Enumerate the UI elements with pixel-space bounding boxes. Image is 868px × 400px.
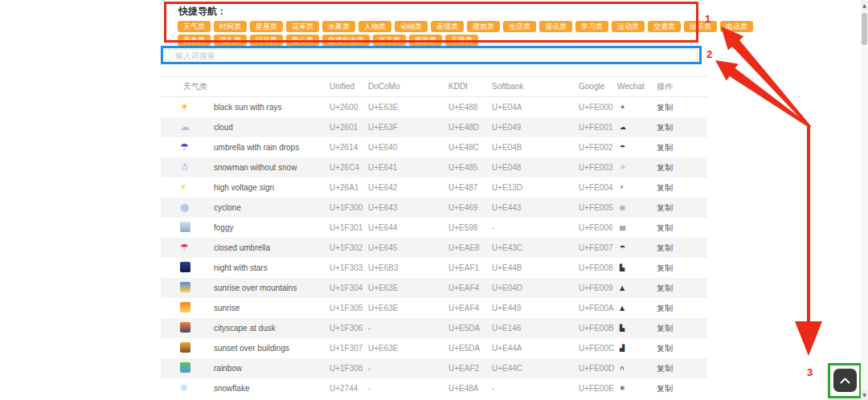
- category-button[interactable]: 爱心类: [286, 35, 319, 46]
- back-to-top-button[interactable]: [833, 369, 857, 392]
- category-button[interactable]: 动物类: [395, 21, 428, 32]
- cell-kddi: U+EAF2: [448, 358, 492, 378]
- copy-button[interactable]: 复制: [657, 143, 673, 152]
- emoji-icon: ☀: [180, 101, 189, 112]
- emoji-icon: [180, 342, 190, 353]
- category-button[interactable]: 水果类: [322, 21, 355, 32]
- cell-docomo: -: [368, 318, 448, 338]
- header-softbank: Softbank: [492, 77, 579, 96]
- cell-softbank: U+E049: [492, 117, 579, 137]
- category-button[interactable]: 建筑类: [467, 21, 500, 32]
- table-row: foggyU+1F301U+E644U+E598-U+FE006▤复制: [161, 218, 707, 238]
- cell-unified: U+1F307: [330, 338, 368, 358]
- category-button[interactable]: 交通标志类: [322, 35, 370, 46]
- table-row: ☂closed umbrellaU+1F302U+E645U+EAE8U+E43…: [161, 238, 707, 258]
- copy-button[interactable]: 复制: [657, 123, 673, 132]
- cell-docomo: U+E63E: [368, 298, 448, 318]
- cell-unified: U+26C4: [330, 157, 368, 178]
- copy-button[interactable]: 复制: [657, 163, 673, 172]
- table-row: sunriseU+1F305U+E63EU+EAF4U+E449U+FE00A▲…: [161, 298, 707, 318]
- cell-kddi: U+E487: [448, 178, 492, 198]
- cell-unified: U+1F302: [330, 238, 368, 258]
- scroll-up-button[interactable]: ▲: [861, 0, 868, 10]
- wechat-icon: ⚡: [617, 178, 655, 198]
- copy-button[interactable]: 复制: [657, 203, 673, 212]
- category-button[interactable]: 运动类: [612, 21, 645, 32]
- category-button[interactable]: 美食类: [178, 35, 211, 46]
- table-row: cityscape at duskU+1F306-U+E5DAU+E146U+F…: [161, 318, 707, 338]
- cell-unified: U+2601: [330, 117, 368, 137]
- table-row: ☂umbrella with rain dropsU+2614U+E640U+E…: [161, 137, 707, 157]
- copy-button[interactable]: 复制: [657, 344, 673, 353]
- copy-button[interactable]: 复制: [657, 384, 673, 393]
- wechat-icon: ▙: [617, 258, 655, 278]
- wechat-icon: ☀: [617, 97, 655, 117]
- category-button[interactable]: 电话类: [720, 21, 753, 32]
- cell-name: cyclone: [211, 198, 330, 218]
- cell-kddi: U+E485: [448, 157, 492, 178]
- copy-button[interactable]: 复制: [657, 304, 673, 312]
- table-row: ❄snowflakeU+2744-U+E48A-U+FE00E❄复制: [161, 378, 707, 398]
- cell-kddi: U+E488: [448, 97, 492, 117]
- cell-docomo: -: [368, 378, 448, 398]
- cell-unified: U+2614: [330, 137, 368, 157]
- category-button[interactable]: 花草类: [286, 21, 319, 32]
- category-button[interactable]: 生活类: [503, 21, 536, 32]
- category-button[interactable]: 娱乐类: [684, 21, 717, 32]
- table-row: night with starsU+1F303U+E6B3U+EAF1U+E44…: [161, 258, 707, 278]
- wechat-icon: ▙: [617, 318, 655, 338]
- category-button[interactable]: 文字类: [373, 35, 406, 46]
- cell-docomo: U+E641: [368, 157, 448, 178]
- copy-button[interactable]: 复制: [657, 284, 673, 292]
- category-button[interactable]: 人物类: [358, 21, 391, 32]
- category-button[interactable]: 交通类: [648, 21, 681, 32]
- category-button[interactable]: 星座类: [250, 21, 283, 32]
- copy-button[interactable]: 复制: [657, 243, 673, 252]
- wechat-icon: ▤: [617, 218, 655, 238]
- category-button[interactable]: 问号类: [250, 35, 283, 46]
- cell-docomo: U+E645: [368, 238, 448, 258]
- copy-button[interactable]: 复制: [657, 183, 673, 192]
- cell-softbank: U+E048: [492, 157, 579, 178]
- scroll-down-button[interactable]: ▼: [861, 390, 868, 400]
- cell-unified: U+1F308: [330, 358, 368, 378]
- category-button[interactable]: 图形类: [409, 35, 442, 46]
- table-row: ☁cloudU+2601U+E63FU+E48DU+E049U+FE001☁复制: [161, 117, 707, 137]
- category-button[interactable]: 表情类: [431, 21, 464, 32]
- table-header: 天气类 Unified DoCoMo KDDI Softbank Google …: [161, 76, 707, 97]
- scrollbar-thumb[interactable]: [862, 13, 867, 45]
- search-input[interactable]: [165, 49, 698, 63]
- cell-google: U+FE005: [579, 198, 617, 218]
- cell-kddi: U+E5DA: [448, 338, 492, 358]
- category-button[interactable]: 通讯类: [539, 21, 572, 32]
- copy-button[interactable]: 复制: [657, 223, 673, 232]
- copy-button[interactable]: 复制: [657, 263, 673, 272]
- category-button[interactable]: 天气类: [178, 21, 211, 32]
- copy-button[interactable]: 复制: [657, 324, 673, 333]
- category-button[interactable]: 箭头类: [214, 35, 247, 46]
- arrow-to-search: [715, 60, 811, 128]
- cell-softbank: U+E44C: [492, 358, 579, 378]
- table-row: ◎cycloneU+1F300U+E643U+E469U+E443U+FE005…: [161, 198, 707, 218]
- emoji-icon: ☂: [180, 141, 189, 153]
- cell-softbank: U+E44A: [492, 338, 579, 358]
- table-row: sunrise over mountainsU+1F304U+E63EU+EAF…: [161, 278, 707, 298]
- header-action: 操作: [655, 77, 707, 96]
- copy-button[interactable]: 复制: [657, 364, 673, 373]
- category-button[interactable]: 学习类: [575, 21, 608, 32]
- cell-google: U+FE00E: [579, 378, 617, 398]
- cell-unified: U+1F300: [330, 198, 368, 218]
- wechat-icon: ❄: [617, 378, 655, 398]
- chevron-up-icon: [840, 378, 850, 384]
- category-button[interactable]: 手势类: [445, 35, 478, 46]
- cell-name: sunrise over mountains: [211, 278, 330, 298]
- cell-kddi: U+E469: [448, 198, 492, 218]
- cell-softbank: U+E13D: [492, 178, 579, 198]
- cell-kddi: U+EAF1: [448, 258, 492, 278]
- cell-docomo: U+E642: [368, 178, 448, 198]
- cell-unified: U+26A1: [330, 178, 368, 198]
- wechat-icon: ☃: [617, 157, 655, 178]
- copy-button[interactable]: 复制: [657, 103, 673, 112]
- cell-docomo: U+E63E: [368, 338, 448, 358]
- category-button[interactable]: 时间类: [214, 21, 247, 32]
